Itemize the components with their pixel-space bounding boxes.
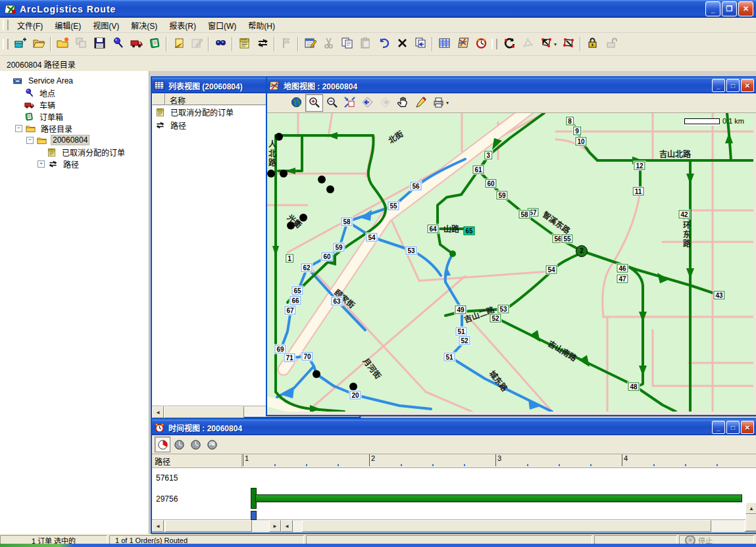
map-stop-69[interactable]: 69 xyxy=(274,345,286,354)
tree-item[interactable]: 订单箱 xyxy=(0,110,149,122)
time-vscrollbar[interactable]: ▲ ▼ xyxy=(745,502,756,509)
route-gantt-bar[interactable] xyxy=(255,494,742,502)
import-orders-button[interactable] xyxy=(169,35,188,53)
undo-button[interactable] xyxy=(374,35,393,53)
solve-button[interactable] xyxy=(500,35,518,53)
close-button[interactable]: ✕ xyxy=(738,1,753,16)
list-item-label[interactable]: 已取消分配的订单 xyxy=(170,107,234,118)
map-canvas[interactable]: 北街吉山北路外环东路人北路智溪东路山路吉山二路吉山南路城东路月河街光衢颐家街 1… xyxy=(267,113,753,412)
save-button[interactable] xyxy=(90,35,109,53)
map-pan-button[interactable] xyxy=(394,94,412,112)
map-stop-42[interactable]: 42 xyxy=(678,210,690,219)
map-stop-12[interactable]: 12 xyxy=(634,162,645,170)
map-stop-3[interactable]: 3 xyxy=(484,151,492,160)
route-row-label[interactable]: 29756 xyxy=(156,494,178,504)
tree-item[interactable]: 车辆 xyxy=(0,99,149,110)
restore-button[interactable]: ❐ xyxy=(722,1,737,16)
order-dot[interactable] xyxy=(326,185,334,193)
network-route-button[interactable] xyxy=(559,35,578,53)
order-dot[interactable] xyxy=(349,383,357,391)
map-stop-10[interactable]: 10 xyxy=(575,137,586,146)
time-content[interactable]: 57615 29756 ▲ ▼ xyxy=(152,468,756,519)
tree-item-label[interactable]: 路径目录 xyxy=(39,123,74,134)
collapse-icon[interactable]: − xyxy=(15,125,22,132)
map-stop-58[interactable]: 58 xyxy=(341,218,352,226)
map-stop-71[interactable]: 71 xyxy=(284,354,295,362)
map-stop-54[interactable]: 54 xyxy=(366,233,377,242)
map-stop-59[interactable]: 59 xyxy=(333,243,344,252)
map-stop-53[interactable]: 53 xyxy=(405,247,416,255)
map-stop-43[interactable]: 43 xyxy=(713,291,724,300)
map-stop-67[interactable]: 67 xyxy=(284,306,295,315)
map-view-button[interactable] xyxy=(453,35,472,53)
map-stop-11[interactable]: 11 xyxy=(633,187,644,196)
map-stop-65[interactable]: 65 xyxy=(291,287,303,295)
new-folder-button[interactable] xyxy=(53,35,72,53)
map-stop-62[interactable]: 62 xyxy=(301,264,312,272)
menu-H[interactable]: 帮助(H) xyxy=(242,18,281,32)
map-select-button[interactable] xyxy=(270,94,288,112)
list-view-button[interactable] xyxy=(435,35,453,53)
open-button[interactable] xyxy=(30,35,48,53)
order-dot[interactable] xyxy=(313,370,320,378)
menu-R[interactable]: 报表(R) xyxy=(163,18,202,32)
map-stop-20[interactable]: 20 xyxy=(349,391,361,400)
map-stop-63[interactable]: 63 xyxy=(331,297,342,306)
map-view-titlebar[interactable]: 地图视图 : 20060804 _ □ ✕ xyxy=(267,78,756,93)
map-stop-53[interactable]: 53 xyxy=(497,305,509,314)
copy-button[interactable] xyxy=(338,35,356,53)
delete-button[interactable] xyxy=(393,35,411,53)
clock-24-button[interactable]: 24 xyxy=(204,437,220,452)
tree-item-label[interactable]: Service Area xyxy=(27,76,74,85)
scroll-right-icon[interactable]: ► xyxy=(269,520,281,532)
scroll-thumb[interactable] xyxy=(164,406,244,418)
time-close-button[interactable]: ✕ xyxy=(741,421,754,434)
tree-item[interactable]: Service Area xyxy=(0,75,149,87)
time-view-button[interactable] xyxy=(472,35,490,53)
scroll-left-icon[interactable]: ◄ xyxy=(152,406,164,418)
time-hscrollbars[interactable]: ◄ ► ◄ ► xyxy=(152,519,756,531)
map-stop-48[interactable]: 48 xyxy=(628,383,639,391)
tree-item[interactable]: 地点 xyxy=(0,87,149,99)
tree-item[interactable]: −20060804 xyxy=(0,134,149,146)
lock-button[interactable] xyxy=(583,35,601,53)
map-stop-8[interactable]: 8 xyxy=(566,117,574,126)
find-button[interactable] xyxy=(211,35,230,53)
tree-item-label[interactable]: 20060804 xyxy=(51,135,89,145)
tree-item-label[interactable]: 车辆 xyxy=(38,99,57,110)
scroll-up-icon[interactable]: ▲ xyxy=(745,502,756,514)
order-dot[interactable] xyxy=(280,170,288,178)
clock-hour-button[interactable] xyxy=(188,437,203,452)
print-dropdown-icon[interactable]: ▾ xyxy=(446,100,451,106)
map-stop-58[interactable]: 58 xyxy=(518,210,530,219)
map-stop-9[interactable]: 9 xyxy=(573,127,581,135)
routes-button[interactable] xyxy=(253,35,272,53)
order-box-button[interactable] xyxy=(145,35,164,53)
order-dot[interactable] xyxy=(267,170,275,178)
map-stop-55[interactable]: 55 xyxy=(388,202,399,210)
map-minimize-button[interactable]: _ xyxy=(712,79,725,92)
time-cursor-marker[interactable] xyxy=(251,511,257,520)
map-stop-51[interactable]: 51 xyxy=(455,327,466,336)
tree-item-label[interactable]: 订单箱 xyxy=(38,111,64,122)
time-maximize-button[interactable]: □ xyxy=(726,421,740,434)
map-stop-47[interactable]: 47 xyxy=(617,275,628,283)
order-dot[interactable] xyxy=(318,176,326,183)
map-stop-52[interactable]: 52 xyxy=(490,314,501,323)
map-stop-60[interactable]: 60 xyxy=(321,252,332,261)
tree-item-label[interactable]: 路径 xyxy=(62,158,80,170)
map-stop-59[interactable]: 59 xyxy=(496,191,507,200)
map-back-button[interactable] xyxy=(359,94,376,112)
paste-special-button[interactable] xyxy=(411,35,430,53)
tree-item[interactable]: +路径 xyxy=(0,158,149,170)
map-print-button[interactable] xyxy=(430,94,447,112)
map-zoom-in-button[interactable] xyxy=(305,94,323,112)
tree-item[interactable]: 已取消分配的订单 xyxy=(0,146,149,158)
clock-quarter-button[interactable] xyxy=(171,437,187,452)
map-stop-61[interactable]: 61 xyxy=(472,166,484,174)
map-stop-52[interactable]: 52 xyxy=(459,337,470,345)
map-draw-button[interactable] xyxy=(412,94,430,112)
minimize-button[interactable]: _ xyxy=(705,1,720,16)
time-minimize-button[interactable]: _ xyxy=(712,421,725,434)
network-select-dropdown-icon[interactable]: ▾ xyxy=(554,41,559,47)
